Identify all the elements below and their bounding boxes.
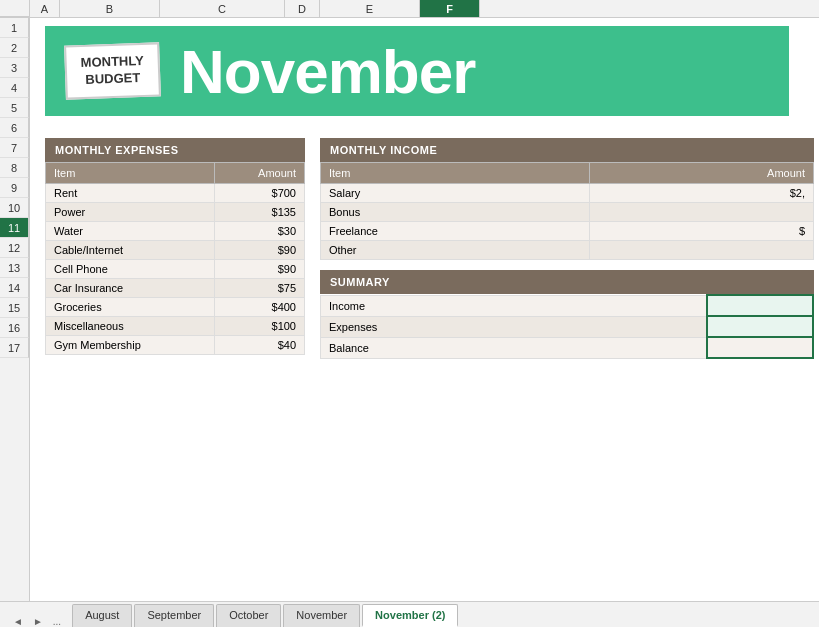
tab-nav-last[interactable]: ► — [30, 616, 46, 627]
row-num-13: 13 — [0, 258, 29, 278]
corner-cell — [0, 0, 30, 17]
income-section-header: MONTHLY INCOME — [320, 138, 814, 162]
expense-item: Cell Phone — [46, 260, 215, 279]
income-row: Other — [321, 241, 814, 260]
expense-amount: $100 — [215, 317, 305, 336]
col-header-e: E — [320, 0, 420, 17]
tables-area: MONTHLY EXPENSES Item Amount Rent$700Pow… — [45, 138, 814, 591]
row-num-11: 11 — [0, 218, 29, 238]
tab-bar: ◄ ► ... AugustSeptemberOctoberNovemberNo… — [0, 601, 819, 627]
row-num-3: 3 — [0, 58, 29, 78]
tab-nav-first[interactable]: ◄ — [10, 616, 26, 627]
expense-amount: $700 — [215, 184, 305, 203]
income-item: Bonus — [321, 203, 590, 222]
income-col-item: Item — [321, 163, 590, 184]
income-summary-col: MONTHLY INCOME Item Amount Salary$2,Bonu… — [320, 138, 814, 591]
expenses-table: MONTHLY EXPENSES Item Amount Rent$700Pow… — [45, 138, 305, 591]
sheet-area: 1 2 3 4 5 6 7 8 9 10 11 12 13 14 15 16 1… — [0, 18, 819, 601]
tabs-container: AugustSeptemberOctoberNovemberNovember (… — [72, 604, 460, 627]
expense-row: Car Insurance$75 — [46, 279, 305, 298]
expense-item: Groceries — [46, 298, 215, 317]
expense-row: Cell Phone$90 — [46, 260, 305, 279]
row-num-16: 16 — [0, 318, 29, 338]
summary-value — [707, 337, 813, 358]
expense-amount: $135 — [215, 203, 305, 222]
expense-amount: $30 — [215, 222, 305, 241]
row-num-1: 1 — [0, 18, 29, 38]
expense-item: Car Insurance — [46, 279, 215, 298]
row-num-2: 2 — [0, 38, 29, 58]
summary-data-table: IncomeExpensesBalance — [320, 294, 814, 359]
summary-section-header: SUMMARY — [320, 270, 814, 294]
income-row: Bonus — [321, 203, 814, 222]
income-item: Salary — [321, 184, 590, 203]
income-amount: $ — [589, 222, 813, 241]
budget-header: MONTHLY BUDGET November — [45, 26, 789, 116]
income-amount: $2, — [589, 184, 813, 203]
expense-row: Rent$700 — [46, 184, 305, 203]
expense-row: Miscellaneous$100 — [46, 317, 305, 336]
row-num-6: 6 — [0, 118, 29, 138]
tab-nav-more[interactable]: ... — [50, 616, 64, 627]
income-row: Salary$2, — [321, 184, 814, 203]
row-num-10: 10 — [0, 198, 29, 218]
tab-navigation: ◄ ► ... — [10, 616, 64, 627]
row-num-15: 15 — [0, 298, 29, 318]
income-amount — [589, 241, 813, 260]
expense-amount: $90 — [215, 260, 305, 279]
budget-label: MONTHLY BUDGET — [64, 42, 161, 99]
expenses-section-header: MONTHLY EXPENSES — [45, 138, 305, 162]
expense-item: Miscellaneous — [46, 317, 215, 336]
summary-label: Balance — [321, 337, 708, 358]
row-num-14: 14 — [0, 278, 29, 298]
expense-amount: $90 — [215, 241, 305, 260]
income-row: Freelance$ — [321, 222, 814, 241]
col-header-a: A — [30, 0, 60, 17]
summary-row: Income — [321, 295, 814, 316]
expense-row: Power$135 — [46, 203, 305, 222]
row-num-5: 5 — [0, 98, 29, 118]
income-amount — [589, 203, 813, 222]
summary-value — [707, 295, 813, 316]
column-header-row: A B C D E F — [0, 0, 819, 18]
expense-item: Rent — [46, 184, 215, 203]
summary-label: Income — [321, 295, 708, 316]
row-num-7: 7 — [0, 138, 29, 158]
expense-row: Cable/Internet$90 — [46, 241, 305, 260]
expense-item: Cable/Internet — [46, 241, 215, 260]
summary-row: Balance — [321, 337, 814, 358]
col-header-c: C — [160, 0, 285, 17]
expense-item: Power — [46, 203, 215, 222]
sheet-tab-november-2[interactable]: November (2) — [362, 604, 458, 627]
expense-item: Water — [46, 222, 215, 241]
col-header-f: F — [420, 0, 480, 17]
sheet-tab-november[interactable]: November — [283, 604, 360, 627]
sheet-tab-september[interactable]: September — [134, 604, 214, 627]
summary-value — [707, 316, 813, 337]
row-num-9: 9 — [0, 178, 29, 198]
income-col-amount: Amount — [589, 163, 813, 184]
row-num-4: 4 — [0, 78, 29, 98]
row-num-17: 17 — [0, 338, 29, 358]
row-num-8: 8 — [0, 158, 29, 178]
row-num-12: 12 — [0, 238, 29, 258]
summary-label: Expenses — [321, 316, 708, 337]
expense-row: Water$30 — [46, 222, 305, 241]
income-data-table: Item Amount Salary$2,BonusFreelance$Othe… — [320, 162, 814, 260]
sheet-content: MONTHLY BUDGET November MONTHLY EXPENSES… — [30, 18, 819, 601]
expenses-data-table: Item Amount Rent$700Power$135Water$30Cab… — [45, 162, 305, 355]
expense-amount: $75 — [215, 279, 305, 298]
income-item: Freelance — [321, 222, 590, 241]
sheet-tab-august[interactable]: August — [72, 604, 132, 627]
row-numbers: 1 2 3 4 5 6 7 8 9 10 11 12 13 14 15 16 1… — [0, 18, 30, 601]
expense-item: Gym Membership — [46, 336, 215, 355]
summary-table-container: SUMMARY IncomeExpensesBalance — [320, 270, 814, 359]
col-header-b: B — [60, 0, 160, 17]
income-item: Other — [321, 241, 590, 260]
expenses-col-item: Item — [46, 163, 215, 184]
income-table: MONTHLY INCOME Item Amount Salary$2,Bonu… — [320, 138, 814, 260]
sheet-tab-october[interactable]: October — [216, 604, 281, 627]
budget-month: November — [180, 36, 475, 107]
budget-label-line2: BUDGET — [81, 70, 145, 89]
expense-row: Groceries$400 — [46, 298, 305, 317]
